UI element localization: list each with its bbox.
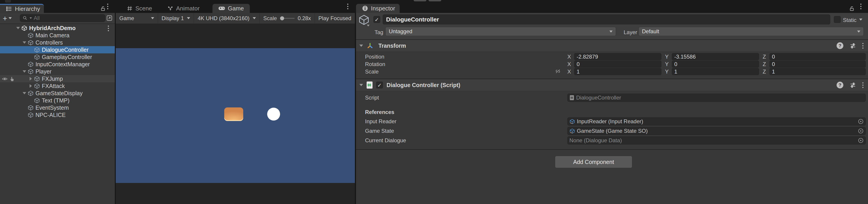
uniform-scale-link-icon[interactable] <box>555 68 561 74</box>
object-field-value: GameState (Game State SO) <box>577 128 648 134</box>
hierarchy-row-fxjump[interactable]: FXJump <box>0 75 115 82</box>
axis-label: X <box>567 61 574 67</box>
hierarchy-menu-icon[interactable] <box>107 4 108 9</box>
hierarchy-row-eventsystem[interactable]: EventSystem <box>0 104 115 111</box>
static-checkbox[interactable] <box>834 16 841 23</box>
pickability-hand-icon[interactable] <box>9 76 15 82</box>
hierarchy-row-player[interactable]: Player <box>0 68 115 75</box>
hierarchy-row-controllers[interactable]: Controllers <box>0 39 115 46</box>
gameobject-icon <box>28 39 34 46</box>
gameobject-icon[interactable] <box>358 14 370 26</box>
tree-item-label: FXJump <box>42 76 63 82</box>
static-dropdown-icon[interactable] <box>859 19 862 21</box>
transform-scale-x-input[interactable]: 1 <box>574 68 661 75</box>
scene-menu-icon[interactable] <box>108 26 109 31</box>
visibility-eye-icon[interactable] <box>2 76 8 82</box>
transform-menu-icon[interactable] <box>862 43 864 49</box>
script-enabled-checkbox[interactable]: ✓ <box>376 82 383 88</box>
transform-position-z-input[interactable]: 0 <box>770 53 866 60</box>
script-menu-icon[interactable] <box>862 82 864 88</box>
transform-position-y-input[interactable]: -3.15586 <box>672 53 759 60</box>
hierarchy-lock-icon[interactable] <box>100 6 106 11</box>
game-panel-menu-icon[interactable] <box>347 4 348 9</box>
gameobject-name-field[interactable]: DialogueController <box>383 14 830 24</box>
transform-icon <box>367 42 373 49</box>
tag-dropdown[interactable]: Untagged <box>385 27 616 36</box>
gameobject-icon <box>28 112 34 118</box>
object-field-current-dialogue[interactable]: None (Dialogue Data) <box>567 136 866 145</box>
object-picker-icon[interactable] <box>858 118 864 124</box>
transform-row-label: Rotation <box>365 61 567 67</box>
object-field-game-state[interactable]: GameState (Game State SO) <box>567 127 866 135</box>
gameobject-icon <box>28 105 34 111</box>
gameobject-icon <box>34 76 40 82</box>
reference-row-input-reader: Input ReaderInputReader (Input Reader) <box>356 117 868 125</box>
collapsed-arrow-icon[interactable] <box>30 77 32 81</box>
create-object-dropdown-icon[interactable] <box>8 17 12 19</box>
hierarchy-row-dialoguecontroller[interactable]: DialogueController <box>0 46 115 53</box>
tab-strip: Hierarchy SceneAnimatorGame Inspector <box>0 0 868 13</box>
active-checkbox[interactable]: ✓ <box>373 16 380 23</box>
hierarchy-row-gamestatedisplay[interactable]: GameStateDisplay <box>0 90 115 97</box>
references-heading: References <box>365 109 394 115</box>
gameobject-icon <box>34 47 40 53</box>
hierarchy-row-main-camera[interactable]: Main Camera <box>0 32 115 39</box>
transform-position-x-input[interactable]: -2.82879 <box>574 53 661 60</box>
script-component-header[interactable]: ✓ Dialogue Controller (Script) ? <box>356 79 868 91</box>
resolution-dropdown[interactable]: 4K UHD (3840x2160) <box>194 13 259 24</box>
expanded-arrow-icon[interactable] <box>23 92 26 94</box>
add-component-button[interactable]: Add Component <box>555 156 632 168</box>
play-focused-dropdown[interactable]: Play Focused <box>315 13 355 24</box>
transform-rotation-y-input[interactable]: 0 <box>672 61 759 68</box>
inspector-menu-icon[interactable] <box>860 4 862 9</box>
layer-dropdown[interactable]: Default <box>639 27 864 36</box>
collapsed-arrow-icon[interactable] <box>30 84 32 88</box>
transform-scale-y-input[interactable]: 1 <box>672 68 759 75</box>
script-foldout-icon[interactable] <box>360 84 363 86</box>
tab-hierarchy[interactable]: Hierarchy <box>0 4 44 13</box>
hierarchy-search-input[interactable]: All <box>20 14 105 22</box>
transform-rotation-z-input[interactable]: 0 <box>770 61 866 68</box>
animator-icon <box>167 5 174 11</box>
hierarchy-row-inputcontextmanager[interactable]: InputContextManager <box>0 61 115 68</box>
tab-game[interactable]: Game <box>213 4 250 13</box>
hierarchy-row-text-tmp-[interactable]: Text (TMP) <box>0 97 115 104</box>
hierarchy-row-hybridarchdemo[interactable]: HybridArchDemo <box>0 24 115 32</box>
hierarchy-row-npc-alice[interactable]: NPC-ALICE <box>0 111 115 118</box>
transform-help-icon[interactable]: ? <box>837 42 843 49</box>
display-target-label: Game <box>119 15 134 22</box>
expanded-arrow-icon[interactable] <box>23 41 26 43</box>
tab-animator[interactable]: Animator <box>162 4 206 13</box>
expanded-arrow-icon[interactable] <box>16 27 20 29</box>
gameobject-icon <box>34 97 40 104</box>
tab-scene[interactable]: Scene <box>121 4 158 13</box>
expanded-arrow-icon[interactable] <box>23 70 26 72</box>
transform-scale-z-input[interactable]: 1 <box>770 68 866 75</box>
display-target-dropdown[interactable]: Game <box>116 13 158 24</box>
object-picker-icon[interactable] <box>858 138 864 143</box>
tab-inspector[interactable]: Inspector <box>356 4 400 13</box>
transform-header[interactable]: Transform ? <box>356 40 868 52</box>
axis-label: Z <box>763 68 770 75</box>
scene-picking-window-icon[interactable] <box>106 15 113 21</box>
gameobject-header: ✓ DialogueController Static Tag Untagged… <box>356 13 868 40</box>
object-picker-icon[interactable] <box>858 128 864 134</box>
hierarchy-toolbar: + All <box>0 13 115 24</box>
transform-presets-icon[interactable] <box>850 42 856 49</box>
hierarchy-row-gameplaycontroller[interactable]: GameplayController <box>0 53 115 61</box>
reference-label: Current Dialogue <box>365 137 567 144</box>
script-presets-icon[interactable] <box>850 82 856 88</box>
play-button-remnant <box>414 0 426 1</box>
transform-rotation-x-input[interactable]: 0 <box>574 61 661 68</box>
inspector-lock-icon[interactable] <box>849 6 855 11</box>
icon-picker-caret[interactable] <box>367 25 370 26</box>
object-field-input-reader[interactable]: InputReader (Input Reader) <box>567 117 866 125</box>
transform-foldout-icon[interactable] <box>360 45 363 47</box>
hierarchy-row-fxattack[interactable]: FXAttack <box>0 82 115 90</box>
script-help-icon[interactable]: ? <box>837 82 843 88</box>
search-filter-caret-icon[interactable] <box>30 18 32 19</box>
create-object-button[interactable]: + <box>3 14 7 23</box>
white-circle-sprite <box>267 108 280 121</box>
scale-slider[interactable] <box>280 16 294 20</box>
display-number-dropdown[interactable]: Display 1 <box>158 13 194 24</box>
